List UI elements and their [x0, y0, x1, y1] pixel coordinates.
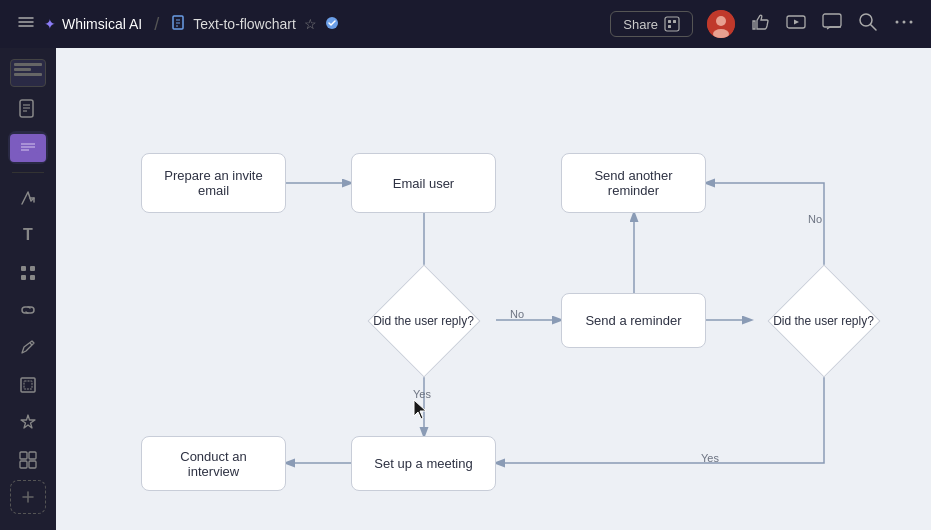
svg-rect-10 — [673, 20, 676, 23]
node-conduct[interactable]: Conduct an interview — [141, 436, 286, 491]
share-button[interactable]: Share — [610, 11, 693, 37]
thumb-line-3 — [14, 73, 42, 76]
sidebar-item-grid[interactable] — [8, 256, 48, 289]
whimsical-icon: ✦ — [44, 16, 56, 32]
svg-rect-33 — [30, 275, 35, 280]
app-title[interactable]: ✦ Whimsical AI — [44, 16, 142, 32]
node-set-meeting[interactable]: Set up a meeting — [351, 436, 496, 491]
header-left: ✦ Whimsical AI / Text-to-flowchart ☆ — [16, 12, 339, 37]
doc-icon — [171, 15, 187, 34]
node-reminder-label: Send anotherreminder — [594, 168, 672, 198]
share-label: Share — [623, 17, 658, 32]
node-email[interactable]: Email user — [351, 153, 496, 213]
header-right: Share — [610, 10, 915, 38]
thumbnail-preview — [10, 59, 46, 87]
node-did-reply-1[interactable]: Did the user reply? — [351, 288, 496, 353]
svg-rect-37 — [20, 452, 27, 459]
note-preview — [10, 134, 46, 162]
node-did-reply-2[interactable]: Did the user reply? — [751, 288, 896, 353]
cursor — [410, 398, 430, 422]
nav-menu-icon[interactable] — [16, 12, 36, 37]
sidebar-item-text[interactable]: T — [8, 219, 48, 252]
svg-point-19 — [896, 20, 899, 23]
svg-rect-35 — [21, 378, 35, 392]
svg-line-34 — [30, 343, 32, 345]
sidebar-item-note[interactable] — [8, 131, 48, 164]
sidebar-item-arrow[interactable] — [8, 181, 48, 214]
svg-rect-40 — [29, 461, 36, 468]
node-set-meeting-label: Set up a meeting — [374, 456, 472, 471]
svg-line-18 — [871, 24, 877, 30]
header: ✦ Whimsical AI / Text-to-flowchart ☆ — [0, 0, 931, 48]
svg-rect-16 — [823, 14, 841, 27]
sidebar-item-doc[interactable] — [8, 93, 48, 126]
thumb-line-1 — [14, 63, 42, 66]
sidebar-sep-1 — [12, 172, 44, 173]
app-title-text: Whimsical AI — [62, 16, 142, 32]
node-did-reply-2-label: Did the user reply? — [751, 288, 896, 353]
node-did-reply-1-label: Did the user reply? — [351, 288, 496, 353]
avatar[interactable] — [707, 10, 735, 38]
sidebar-item-thumbnail[interactable] — [8, 56, 48, 89]
svg-rect-36 — [24, 381, 32, 389]
sidebar-item-pen[interactable] — [8, 331, 48, 364]
svg-rect-32 — [21, 275, 26, 280]
svg-rect-11 — [668, 25, 671, 28]
svg-rect-8 — [665, 17, 679, 31]
sidebar: T — [0, 48, 56, 530]
sidebar-item-frame[interactable] — [8, 368, 48, 401]
node-reminder[interactable]: Send anotherreminder — [561, 153, 706, 213]
like-icon[interactable] — [749, 11, 771, 38]
svg-point-13 — [716, 16, 726, 26]
svg-rect-38 — [29, 452, 36, 459]
node-prepare[interactable]: Prepare an inviteemail — [141, 153, 286, 213]
search-icon[interactable] — [857, 11, 879, 38]
thumb-line-2 — [14, 68, 31, 71]
sidebar-item-add[interactable] — [10, 480, 46, 514]
node-send-reminder[interactable]: Send a reminder — [561, 293, 706, 348]
node-conduct-label: Conduct an interview — [154, 449, 273, 479]
node-prepare-label: Prepare an inviteemail — [164, 168, 262, 198]
svg-point-20 — [903, 20, 906, 23]
comment-icon[interactable] — [821, 11, 843, 38]
more-icon[interactable] — [893, 11, 915, 38]
doc-title[interactable]: Text-to-flowchart — [171, 15, 296, 34]
yes-label-1: Yes — [413, 388, 431, 400]
sidebar-item-link[interactable] — [8, 293, 48, 326]
svg-rect-9 — [668, 20, 671, 23]
node-email-label: Email user — [393, 176, 454, 191]
main: T — [0, 48, 931, 530]
star-icon[interactable]: ☆ — [304, 16, 317, 32]
svg-rect-30 — [21, 266, 26, 271]
svg-rect-31 — [30, 266, 35, 271]
svg-point-21 — [910, 20, 913, 23]
sidebar-item-group[interactable] — [8, 443, 48, 476]
node-send-reminder-label: Send a reminder — [585, 313, 681, 328]
doc-title-text: Text-to-flowchart — [193, 16, 296, 32]
sidebar-item-ai[interactable] — [8, 406, 48, 439]
breadcrumb-separator: / — [154, 14, 159, 35]
no-label-1: No — [510, 308, 524, 320]
no-label-2: No — [808, 213, 822, 225]
yes-label-2: Yes — [701, 452, 719, 464]
text-tool-icon: T — [23, 226, 33, 244]
canvas[interactable]: No No Yes Yes Prepare an inviteemail Ema… — [56, 48, 931, 530]
svg-rect-39 — [20, 461, 27, 468]
verified-icon — [325, 16, 339, 33]
present-icon[interactable] — [785, 11, 807, 38]
